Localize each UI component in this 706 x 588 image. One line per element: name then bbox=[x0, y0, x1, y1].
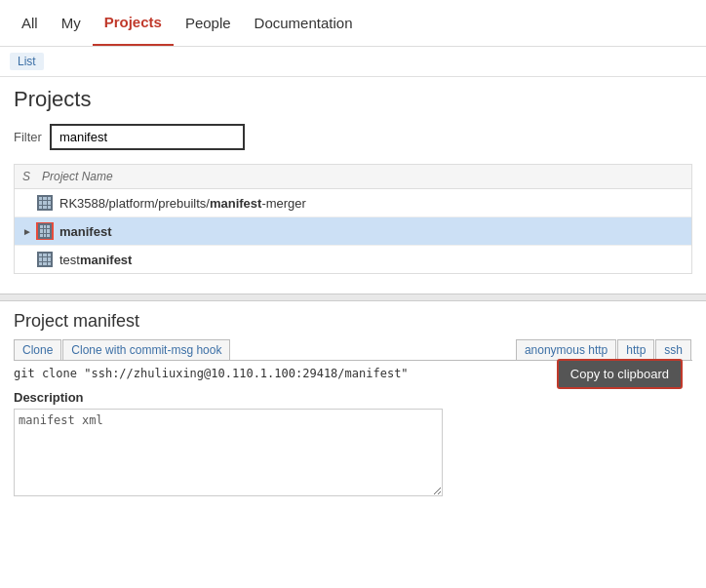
nav-documentation[interactable]: Documentation bbox=[243, 1, 365, 45]
nav-people[interactable]: People bbox=[174, 1, 243, 45]
section-divider bbox=[0, 294, 706, 301]
project-list: S Project Name RK3588/platform/prebuilts… bbox=[14, 164, 692, 274]
clone-url-row: git clone "ssh://zhuliuxing@10.110.1.100… bbox=[14, 367, 692, 380]
repo-icon bbox=[38, 223, 52, 239]
repo-icon bbox=[37, 195, 53, 211]
filter-label: Filter bbox=[14, 130, 42, 144]
nav-all[interactable]: All bbox=[10, 1, 50, 45]
project-name: testmanifest bbox=[59, 253, 132, 267]
clone-tab-ssh[interactable]: ssh bbox=[655, 339, 691, 360]
filter-row: Filter bbox=[14, 124, 692, 150]
description-label: Description bbox=[14, 390, 692, 405]
col-header-name: Project Name bbox=[42, 170, 113, 183]
repo-icon bbox=[37, 252, 53, 267]
project-icon bbox=[36, 251, 54, 268]
detail-title: Project manifest bbox=[14, 311, 692, 332]
clone-tab-anon-http[interactable]: anonymous http bbox=[516, 339, 616, 360]
list-header: S Project Name bbox=[15, 165, 691, 189]
clipboard-tooltip[interactable]: Copy to clipboard bbox=[557, 359, 683, 389]
nav-my[interactable]: My bbox=[50, 1, 93, 45]
filter-input[interactable] bbox=[50, 124, 245, 150]
clone-tabs: Clone Clone with commit-msg hook anonymo… bbox=[14, 339, 692, 361]
list-item[interactable]: RK3588/platform/prebuilts/manifest-merge… bbox=[15, 189, 691, 217]
sub-nav: List bbox=[0, 47, 706, 77]
list-item[interactable]: testmanifest bbox=[15, 246, 691, 273]
page-title: Projects bbox=[14, 87, 692, 112]
clone-tab-commit-msg[interactable]: Clone with commit-msg hook bbox=[62, 339, 230, 360]
project-icon bbox=[36, 194, 54, 212]
sub-nav-list[interactable]: List bbox=[10, 53, 44, 70]
col-header-s: S bbox=[22, 170, 42, 183]
project-icon bbox=[36, 222, 54, 240]
clone-tab-http[interactable]: http bbox=[617, 339, 654, 360]
row-arrow: ► bbox=[22, 226, 36, 237]
list-item[interactable]: ► manifest bbox=[15, 217, 691, 246]
top-nav: All My Projects People Documentation bbox=[0, 0, 706, 47]
main-content: Projects Filter S Project Name RK3588/pl… bbox=[0, 77, 706, 284]
project-detail: Project manifest Clone Clone with commit… bbox=[0, 301, 706, 509]
project-name: manifest bbox=[59, 224, 111, 239]
clone-tab-clone[interactable]: Clone bbox=[14, 339, 61, 360]
clone-url-text: git clone "ssh://zhuliuxing@10.110.1.100… bbox=[14, 367, 409, 380]
project-name: RK3588/platform/prebuilts/manifest-merge… bbox=[59, 196, 306, 211]
nav-projects[interactable]: Projects bbox=[93, 0, 174, 46]
description-textarea[interactable]: manifest xml bbox=[14, 409, 443, 496]
